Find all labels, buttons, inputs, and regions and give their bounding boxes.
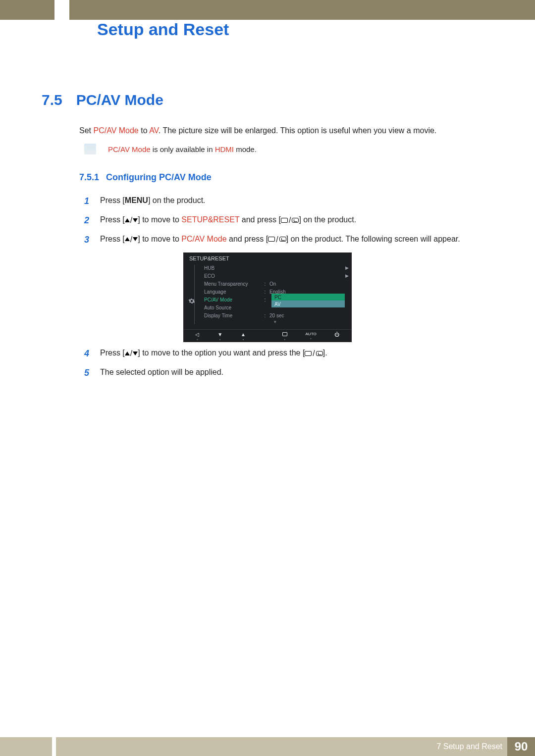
source-enter-icon: /	[281, 214, 299, 227]
osd-title: SETUP&RESET	[183, 252, 352, 263]
gear-icon	[188, 298, 195, 304]
step-number: 3	[84, 233, 91, 247]
step-number: 2	[84, 213, 91, 228]
chevron-right-icon: ▶	[345, 265, 349, 270]
step-list: 1 Press [MENU] on the product. 2 Press […	[84, 194, 485, 252]
step-number: 1	[84, 194, 91, 208]
osd-label: Menu Transparency	[204, 281, 264, 287]
section-number: 7.5	[42, 92, 62, 108]
text: to	[139, 126, 149, 135]
osd-dropdown-pc: PC	[271, 294, 345, 301]
osd-label: ECO	[204, 273, 264, 279]
subsection-title: Configuring PC/AV Mode	[106, 172, 212, 183]
text: Press [	[100, 196, 125, 204]
step-3: 3 Press [/] to move to PC/AV Mode and pr…	[84, 233, 485, 247]
osd-row-displaytime: Display Time:20 sec	[201, 311, 349, 319]
hl-pcavmode: PC/AV Mode	[181, 235, 226, 243]
text: ].	[323, 349, 327, 357]
text: Press [	[100, 349, 125, 357]
top-banner	[0, 0, 535, 20]
source-enter-icon: /	[305, 347, 322, 360]
footer-notch	[52, 737, 56, 756]
step-1: 1 Press [MENU] on the product.	[84, 194, 485, 208]
osd-screenshot: SETUP&RESET HUB▶ ECO▶ Menu Transparency:…	[183, 252, 352, 342]
text: . The picture size will be enlarged. Thi…	[159, 126, 436, 135]
text: is only available in	[151, 145, 215, 153]
footer: 7 Setup and Reset 90	[0, 737, 535, 756]
osd-label-selected: PC/AV Mode	[204, 297, 264, 302]
osd-dropdown: PC AV	[271, 294, 345, 307]
hl-pcav: PC/AV Mode	[93, 126, 138, 135]
note-icon	[84, 144, 96, 154]
note-row: PC/AV Mode is only available in HDMI mod…	[84, 144, 257, 154]
chevron-right-icon: ▶	[345, 273, 349, 278]
intro-text: Set PC/AV Mode to AV. The picture size w…	[79, 125, 485, 137]
up-down-icon: /	[125, 233, 138, 246]
subsection-number: 7.5.1	[79, 172, 99, 183]
osd-row-hub: HUB▶	[201, 264, 349, 272]
osd-label: HUB	[204, 265, 264, 271]
footer-label: 7 Setup and Reset	[436, 742, 502, 751]
subsection-heading: 7.5.1 Configuring PC/AV Mode	[79, 172, 212, 183]
osd-nav-power-icon: ⏻	[334, 332, 339, 338]
hl-hdmi: HDMI	[215, 145, 234, 153]
step-text: Press [MENU] on the product.	[100, 194, 485, 208]
text: ] to move to	[138, 215, 181, 224]
hl-av: AV	[149, 126, 159, 135]
osd-nav-back-icon: ◁▪	[195, 332, 199, 341]
hl-setupreset: SETUP&RESET	[181, 215, 239, 224]
text: and press [	[239, 215, 281, 224]
text: ] to move to	[138, 235, 181, 243]
note-text: PC/AV Mode is only available in HDMI mod…	[108, 145, 257, 153]
osd-label: Auto Source	[204, 305, 264, 310]
osd-nav-enter-icon: ▪	[282, 332, 287, 341]
osd-value: 20 sec	[267, 313, 349, 318]
top-banner-notch	[54, 0, 69, 28]
chapter-title: Setup and Reset	[97, 20, 229, 39]
text: ] to move to the option you want and pre…	[138, 349, 305, 357]
osd-dropdown-av: AV	[271, 301, 345, 307]
text: and press [	[227, 235, 268, 243]
step-4: 4 Press [/] to move to the option you wa…	[84, 347, 485, 361]
step-2: 2 Press [/] to move to SETUP&RESET and p…	[84, 213, 485, 228]
source-enter-icon: /	[268, 233, 286, 246]
osd-row-eco: ECO▶	[201, 272, 349, 280]
up-down-icon: /	[125, 347, 138, 360]
osd-nav-up-icon: ▲▪	[241, 332, 246, 341]
osd-nav-auto: AUTO▪	[306, 332, 317, 340]
step-text: Press [/] to move to the option you want…	[100, 347, 485, 361]
osd-label: Display Time	[204, 313, 264, 318]
step-list-continued: 4 Press [/] to move to the option you wa…	[84, 347, 485, 385]
up-down-icon: /	[125, 214, 138, 227]
step-5: 5 The selected option will be applied.	[84, 366, 485, 380]
text: mode.	[234, 145, 257, 153]
osd-navbar: ◁▪ ▼▪ ▲▪ ▪ AUTO▪ ⏻	[183, 329, 352, 342]
text: ] on the product.	[148, 196, 206, 204]
osd-value: On	[267, 281, 349, 287]
step-number: 5	[84, 366, 91, 380]
step-text: Press [/] to move to SETUP&RESET and pre…	[100, 213, 485, 228]
osd-row-menutrans: Menu Transparency:On	[201, 280, 349, 288]
text: ] on the product. The following screen w…	[286, 235, 460, 243]
menu-button-label: MENU	[125, 194, 148, 207]
footer-page-number: 90	[507, 737, 535, 756]
step-text: Press [/] to move to PC/AV Mode and pres…	[100, 233, 485, 247]
text: Press [	[100, 235, 125, 243]
step-number: 4	[84, 347, 91, 361]
hl-pcav: PC/AV Mode	[108, 145, 151, 153]
chevron-down-icon: ▾	[201, 319, 349, 324]
text: ] on the product.	[299, 215, 356, 224]
text: Set	[79, 126, 93, 135]
step-text: The selected option will be applied.	[100, 366, 485, 380]
osd-label: Language	[204, 289, 264, 295]
osd-nav-down-icon: ▼▪	[217, 332, 222, 341]
section-title: PC/AV Mode	[76, 92, 163, 108]
text: Press [	[100, 215, 125, 224]
